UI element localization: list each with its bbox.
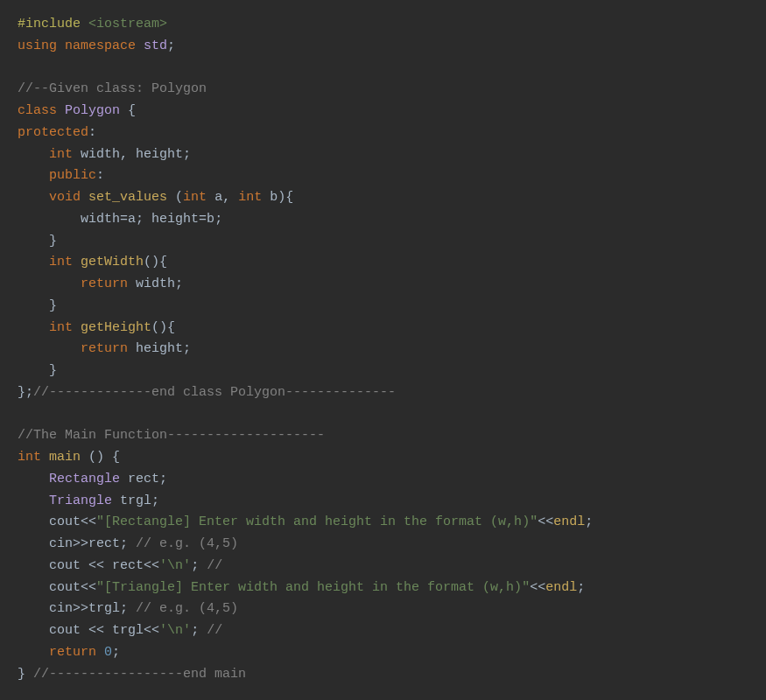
code-token: trgl <box>120 494 151 508</box>
code-line[interactable]: } //-----------------end main <box>18 664 748 686</box>
code-token <box>18 645 49 660</box>
code-token: return <box>81 276 128 291</box>
code-token: ; <box>151 494 159 508</box>
code-token <box>57 38 65 53</box>
code-token: // <box>207 558 222 573</box>
code-token: cin <box>49 536 73 551</box>
code-token: namespace <box>65 38 136 53</box>
code-token: height <box>151 212 199 227</box>
code-line[interactable]: protected: <box>18 122 748 144</box>
code-line[interactable]: //The Main Function-------------------- <box>18 425 748 447</box>
code-token <box>18 298 49 313</box>
code-token <box>96 645 104 660</box>
code-token: class <box>18 103 57 118</box>
code-line[interactable]: using namespace std; <box>18 36 748 58</box>
code-token: { <box>128 103 136 118</box>
code-line[interactable]: public: <box>18 165 748 187</box>
code-token: ; <box>585 514 593 529</box>
code-line[interactable]: int main () { <box>18 447 748 469</box>
code-token: rect <box>88 536 120 551</box>
code-token <box>18 514 49 529</box>
code-token: public <box>49 168 96 183</box>
code-token: <iostream> <box>88 17 167 32</box>
code-token <box>128 276 136 291</box>
code-line[interactable]: cout << trgl<<'\n'; // <box>18 620 748 642</box>
code-token <box>18 255 49 270</box>
code-line[interactable] <box>18 404 748 426</box>
code-line[interactable]: int getHeight(){ <box>18 318 748 340</box>
code-token: ; <box>167 38 175 53</box>
code-token: = <box>199 212 207 227</box>
code-line[interactable]: Rectangle rect; <box>18 469 748 491</box>
code-token: return <box>81 341 128 356</box>
code-line[interactable]: cout << rect<<'\n'; // <box>18 556 748 578</box>
code-line[interactable]: #include <iostream> <box>18 14 748 36</box>
code-token <box>18 190 49 205</box>
code-token <box>73 147 81 162</box>
code-line[interactable]: } <box>18 360 748 382</box>
code-token: //-----------------end main <box>33 667 246 682</box>
code-line[interactable]: int width, height; <box>18 144 748 166</box>
code-token: << <box>81 580 96 595</box>
code-token: height <box>136 147 183 162</box>
code-token <box>18 320 49 335</box>
code-token <box>120 472 128 486</box>
code-token: = <box>120 212 128 227</box>
code-line[interactable]: cin>>trgl; // e.g. (4,5) <box>18 598 748 620</box>
code-token: (){ <box>151 320 175 335</box>
code-line[interactable]: };//-------------end class Polygon------… <box>18 382 748 404</box>
code-line[interactable]: cout<<"[Rectangle] Enter width and heigh… <box>18 512 748 534</box>
code-token <box>18 147 49 162</box>
code-token: return <box>49 645 96 660</box>
code-token: << <box>81 514 96 529</box>
code-line[interactable]: cin>>rect; // e.g. (4,5) <box>18 534 748 556</box>
code-line[interactable]: return 0; <box>18 642 748 664</box>
code-token: int <box>49 147 73 162</box>
code-token: Rectangle <box>49 472 120 486</box>
code-token: }; <box>18 385 33 400</box>
code-token: ; <box>191 558 207 573</box>
code-token: : <box>96 168 104 183</box>
code-token: << <box>88 623 104 638</box>
code-line[interactable] <box>18 58 748 80</box>
code-token: } <box>49 363 57 378</box>
code-token: >> <box>73 601 88 616</box>
code-token: getHeight <box>81 320 151 335</box>
code-token <box>18 363 49 378</box>
code-token <box>18 558 49 573</box>
code-token: ; <box>577 580 585 595</box>
code-token <box>73 255 81 270</box>
code-token: rect <box>112 558 144 573</box>
code-line[interactable]: Triangle trgl; <box>18 491 748 513</box>
code-token: : <box>88 125 96 140</box>
code-line[interactable]: class Polygon { <box>18 101 748 122</box>
code-token: //-------------end class Polygon--------… <box>33 385 396 400</box>
code-token: a <box>214 190 222 205</box>
code-token: main <box>49 450 81 465</box>
code-token <box>81 190 88 205</box>
code-token: endl <box>545 580 577 595</box>
code-token: b <box>270 190 278 205</box>
code-line[interactable]: } <box>18 231 748 253</box>
code-line[interactable]: width=a; height=b; <box>18 209 748 231</box>
code-token <box>57 103 65 118</box>
code-token <box>73 320 81 335</box>
code-line[interactable]: int getWidth(){ <box>18 252 748 274</box>
code-token: protected <box>18 125 88 140</box>
code-token: set_values <box>88 190 167 205</box>
code-line[interactable]: void set_values (int a, int b){ <box>18 187 748 209</box>
code-token: a <box>128 212 136 227</box>
code-token <box>18 341 81 356</box>
code-token: int <box>238 190 262 205</box>
code-token <box>18 276 81 291</box>
code-token: //The Main Function-------------------- <box>18 428 325 443</box>
code-token: // e.g. (4,5) <box>136 536 238 551</box>
code-line[interactable]: //--Given class: Polygon <box>18 79 748 101</box>
code-line[interactable]: cout<<"[Triangle] Enter width and height… <box>18 578 748 599</box>
code-line[interactable]: } <box>18 296 748 318</box>
code-line[interactable]: return width; <box>18 274 748 296</box>
code-editor[interactable]: #include <iostream>using namespace std; … <box>18 14 748 685</box>
code-token <box>167 190 175 205</box>
code-line[interactable]: return height; <box>18 339 748 360</box>
code-token: int <box>49 255 73 270</box>
